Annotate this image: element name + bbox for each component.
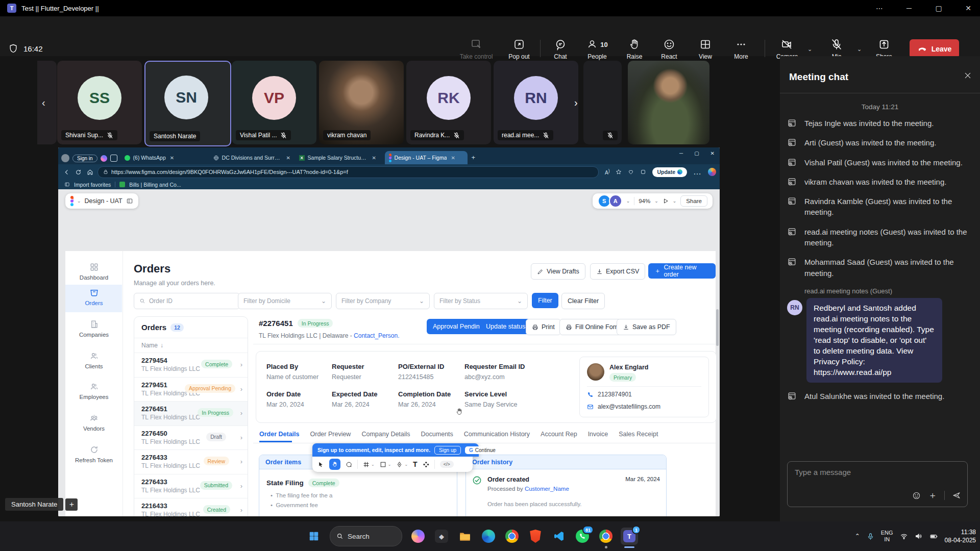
chat-message-input[interactable]: Type a message ＋ [787,461,968,507]
participant-tile[interactable]: VP Vishal Patil ... [232,61,316,144]
tab-close-icon[interactable]: ✕ [372,155,376,161]
start-button[interactable] [305,528,323,545]
pop-out-button[interactable]: Pop out [496,38,543,60]
refresh-icon[interactable] [75,169,82,176]
clear-filter-button[interactable]: Clear Filter [561,293,605,309]
order-list-row[interactable]: 2276450TL Flex Holdings LLC Draft› [134,425,248,450]
file-explorer-icon[interactable] [456,528,474,545]
taskbar-search[interactable]: Search [330,526,402,546]
export-csv-button[interactable]: Export CSV [590,263,645,280]
participant-tile[interactable]: RK Ravindra K... [406,61,491,144]
browser-maximize-icon[interactable]: ▢ [694,151,699,156]
save-as-pdf-button[interactable]: Save as PDF [617,319,676,335]
participant-tile[interactable]: RN read.ai mee... [494,61,578,144]
canvas-scrollbar[interactable] [716,309,719,346]
browser-close-icon[interactable]: ✕ [710,151,715,156]
figma-signup-button[interactable]: Sign up [434,446,461,455]
participant-tile-partial-right[interactable] [583,61,622,144]
pin-presenter-icon[interactable]: ＋ [65,498,78,511]
window-close-icon[interactable]: ✕ [957,0,980,16]
select-tool-icon[interactable] [317,461,324,468]
chat-close-icon[interactable] [964,71,972,80]
tab-sales-receipt[interactable]: Sales Receipt [619,431,658,438]
participant-tile-active-speaker[interactable]: SN Santosh Narate [144,61,231,146]
window-maximize-icon[interactable]: ▢ [927,0,950,16]
send-icon[interactable] [952,491,961,500]
browser-profile-icon[interactable] [708,168,716,176]
order-list-row[interactable]: 2276433TL Flex Holdings LLC Submitted› [134,474,248,498]
chevron-down-icon[interactable]: ⌄ [673,198,677,204]
emoji-icon[interactable] [912,491,921,500]
pen-tool-icon[interactable]: ⌄ [396,461,408,468]
battery-icon[interactable] [929,532,938,541]
order-list-row[interactable]: 2216433TL Flex Holdings LLC Created› [134,498,248,516]
order-id-search-input[interactable]: Order ID [134,293,240,309]
home-icon[interactable] [87,169,93,176]
figma-doc-title[interactable]: Design - UAT [85,197,122,205]
order-list-row-selected[interactable]: 2276451TL Flex Holdings LLC In Progress› [134,401,248,425]
update-status-button[interactable]: Update status [480,319,531,334]
collaborator-avatar[interactable]: A [609,194,622,208]
tab-company-details[interactable]: Company Details [361,431,410,438]
camera-options-chevron-icon[interactable]: ⌄ [807,46,812,53]
participant-tile-video[interactable]: vikram chavan [319,61,404,144]
contact-person-link[interactable]: Contact_Person. [354,332,399,339]
language-indicator[interactable]: ENGIN [881,530,893,543]
google-continue-button[interactable]: GContinue [465,446,500,454]
sidebar-item-refresh-token[interactable]: Refresh Token [66,445,121,463]
participant-tile[interactable]: SS Shivani Sup... [57,61,142,144]
attach-plus-icon[interactable]: ＋ [928,489,937,502]
sort-down-icon[interactable]: ↓ [160,342,163,349]
create-new-order-button[interactable]: ＋ Create new order [648,263,716,279]
favorite-star-icon[interactable] [616,169,622,175]
browser-tab[interactable]: (6) WhatsApp✕ [120,151,209,164]
shape-tool-icon[interactable]: ⌄ [380,461,391,468]
browser-workspaces-icon[interactable] [110,155,117,162]
extensions-icon[interactable] [640,169,646,175]
sidebar-item-clients[interactable]: Clients [66,351,121,369]
view-drafts-button[interactable]: View Drafts [531,263,585,280]
browser-minimize-icon[interactable]: ─ [679,151,683,156]
clock[interactable]: 11:3808-04-2025 [945,528,976,544]
window-minimize-icon[interactable]: ─ [897,0,921,16]
leave-button[interactable]: Leave [910,39,959,58]
scroll-left-icon[interactable]: ‹ [42,97,45,109]
column-name[interactable]: Name [141,342,158,349]
chrome-profile-icon[interactable] [597,528,615,545]
read-aloud-icon[interactable]: A) [605,168,609,176]
sidebar-item-orders[interactable]: Orders [66,288,121,306]
tray-chevron-icon[interactable]: ⌃ [855,533,860,540]
chrome-icon[interactable] [503,528,521,545]
print-button[interactable]: Print [526,319,561,335]
whatsapp-icon[interactable]: 81 [574,528,591,545]
browser-essentials-icon[interactable] [628,169,634,175]
browser-menu-icon[interactable]: … [693,167,702,177]
browser-profile-avatar[interactable] [61,154,69,162]
order-list-row[interactable]: 2276433TL Flex Holdings LLC Review› [134,449,248,474]
import-favorites-link[interactable]: Import favorites [74,182,111,188]
address-field[interactable]: https://www.figma.com/design/9BKQ0FOHRWa… [97,166,599,178]
bookmark-link[interactable]: Bills | Billing and Co... [129,182,181,188]
dev-mode-toggle[interactable]: </> [440,461,454,468]
tab-close-icon[interactable]: ✕ [170,155,174,161]
tab-account-rep[interactable]: Account Rep [541,431,577,438]
comment-tool-icon[interactable] [346,461,352,468]
figma-share-button[interactable]: Share [680,195,707,207]
tab-documents[interactable]: Documents [421,431,453,438]
browser-tab[interactable]: X Sample Salary Structure with calc✕ [295,151,385,164]
filter-button[interactable]: Filter [532,293,558,308]
notion-app-icon[interactable]: ◆ [433,528,450,545]
filter-company-dropdown[interactable]: Filter by Company⌄ [336,293,430,309]
browser-copilot-icon[interactable] [101,155,107,162]
back-icon[interactable] [63,169,70,176]
teams-taskbar-icon[interactable]: T 1 [621,528,638,545]
tab-communication-history[interactable]: Communication History [464,431,530,438]
sidebar-item-employees[interactable]: Employees [66,382,121,400]
zoom-level[interactable]: 94% [639,198,650,204]
chevron-down-icon[interactable]: ⌄ [654,198,658,204]
text-tool-icon[interactable]: T [413,460,418,468]
more-button[interactable]: More [718,38,765,60]
sidebar-item-dashboard[interactable]: Dashboard [66,262,121,281]
present-icon[interactable] [663,198,669,204]
participant-tile-video[interactable] [628,61,709,144]
